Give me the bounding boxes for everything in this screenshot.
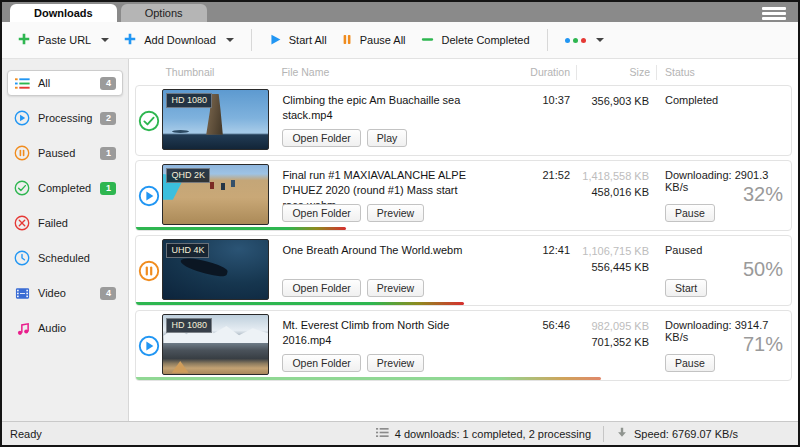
sidebar-item-label: Processing <box>38 112 92 124</box>
count-badge: 1 <box>100 182 116 195</box>
list-icon <box>14 75 30 91</box>
toolbar-separator <box>547 29 548 51</box>
table-header: Thumbnail File Name Duration Size Status <box>135 59 792 85</box>
sidebar-item-label: Completed <box>38 182 92 194</box>
sidebar-item-paused[interactable]: Paused1 <box>7 140 123 166</box>
quality-badge: HD 1080 <box>166 318 212 333</box>
open-folder-button[interactable]: Open Folder <box>282 204 360 222</box>
header-duration: Duration <box>500 66 576 78</box>
pause-button[interactable]: Pause <box>665 354 715 372</box>
status-ready-text: Ready <box>10 428 42 440</box>
duration: 56:46 <box>499 311 575 380</box>
preview-button[interactable]: Preview <box>367 354 424 372</box>
music-note-icon <box>14 320 30 336</box>
start-all-button[interactable]: Start All <box>262 28 334 53</box>
preview-button[interactable]: Preview <box>367 279 424 297</box>
pause-button[interactable]: Pause <box>665 204 715 222</box>
file-name: One Breath Around The World.webm <box>282 243 489 258</box>
toolbar-separator <box>251 29 252 51</box>
percent-label: 32% <box>743 183 783 206</box>
download-row[interactable]: HD 1080Mt. Everest Climb from North Side… <box>135 310 792 381</box>
open-folder-button[interactable]: Open Folder <box>282 279 360 297</box>
video-thumbnail[interactable]: HD 1080 <box>162 89 269 150</box>
downloads-summary: 4 downloads: 1 completed, 2 processing <box>376 426 591 441</box>
sidebar-item-video[interactable]: Video4 <box>7 280 123 306</box>
statusbar-separator <box>603 426 604 442</box>
check-circle-icon <box>14 180 30 196</box>
pause-icon <box>341 33 353 48</box>
film-icon <box>14 285 30 301</box>
sidebar-item-audio[interactable]: Audio <box>7 315 123 341</box>
status-bar: Ready 4 downloads: 1 completed, 2 proces… <box>2 421 798 445</box>
video-thumbnail[interactable]: HD 1080 <box>162 314 269 375</box>
duration: 10:37 <box>499 86 575 155</box>
pause-all-button[interactable]: Pause All <box>334 28 413 53</box>
play-circle-icon <box>136 161 162 230</box>
tab-downloads[interactable]: Downloads <box>10 4 117 22</box>
delete-completed-button[interactable]: Delete Completed <box>413 28 537 53</box>
play-button[interactable]: Play <box>367 129 407 147</box>
sidebar-item-scheduled[interactable]: Scheduled <box>7 245 123 271</box>
chevron-down-icon <box>596 38 604 42</box>
file-name: Climbing the epic Am Buachaille sea stac… <box>282 93 489 123</box>
header-thumbnail: Thumbnail <box>161 66 273 78</box>
video-thumbnail[interactable]: QHD 2K <box>162 164 269 225</box>
sidebar-item-all[interactable]: All4 <box>7 70 123 96</box>
chevron-down-icon <box>101 38 109 42</box>
progress-bar <box>136 227 345 230</box>
play-icon <box>269 33 282 48</box>
tab-bar: Downloads Options <box>2 2 798 22</box>
download-row[interactable]: UHD 4KOne Breath Around The World.webmOp… <box>135 235 792 306</box>
size-total: 356,903 KB <box>575 94 649 110</box>
header-status: Status <box>656 65 792 80</box>
size-total: 1,418,558 KB <box>575 169 649 185</box>
start-button[interactable]: Start <box>665 279 707 297</box>
download-row[interactable]: QHD 2KFinal run #1 MAXIAVALANCHE ALPE D'… <box>135 160 792 231</box>
count-badge: 4 <box>100 287 116 300</box>
tab-options[interactable]: Options <box>121 4 207 22</box>
pause-circle-icon <box>14 145 30 161</box>
progress-bar <box>136 377 601 380</box>
header-size: Size <box>576 65 656 80</box>
count-badge: 1 <box>100 147 116 160</box>
pause-circle-icon <box>136 236 162 305</box>
clock-icon <box>14 250 30 266</box>
downloads-panel: Thumbnail File Name Duration Size Status… <box>129 59 798 421</box>
sidebar-item-label: Scheduled <box>38 252 116 264</box>
menu-icon[interactable] <box>762 5 786 22</box>
sidebar-item-label: All <box>38 77 92 89</box>
sidebar-item-label: Failed <box>38 217 116 229</box>
download-list: HD 1080Climbing the epic Am Buachaille s… <box>135 85 792 385</box>
sidebar-item-label: Paused <box>38 147 92 159</box>
fail-circle-icon <box>14 215 30 231</box>
play-circle-icon <box>136 311 162 380</box>
sidebar: All4Processing2Paused1Completed1FailedSc… <box>2 59 129 421</box>
chevron-down-icon <box>226 38 234 42</box>
add-download-button[interactable]: Add Download <box>116 27 241 53</box>
minus-icon <box>420 33 435 48</box>
sidebar-item-failed[interactable]: Failed <box>7 210 123 236</box>
toolbar: Paste URL Add Download Start All Pause A… <box>2 22 798 59</box>
sidebar-item-label: Video <box>38 287 92 299</box>
progress-bar <box>136 302 463 305</box>
video-thumbnail[interactable]: UHD 4K <box>162 239 269 300</box>
size-total: 1,106,715 KB <box>575 244 649 260</box>
status-text: Paused <box>665 244 783 256</box>
open-folder-button[interactable]: Open Folder <box>282 129 360 147</box>
preview-button[interactable]: Preview <box>367 204 424 222</box>
percent-label: 50% <box>743 258 783 281</box>
duration: 12:41 <box>499 236 575 305</box>
open-folder-button[interactable]: Open Folder <box>282 354 360 372</box>
list-icon <box>376 426 389 441</box>
sidebar-item-completed[interactable]: Completed1 <box>7 175 123 201</box>
paste-url-button[interactable]: Paste URL <box>10 27 116 53</box>
speed-indicator: Speed: 6769.07 KB/s <box>616 426 738 441</box>
more-actions-button[interactable] <box>558 33 611 48</box>
status-text: Completed <box>665 94 783 106</box>
count-badge: 2 <box>100 112 116 125</box>
size-total: 982,095 KB <box>575 319 649 335</box>
download-row[interactable]: HD 1080Climbing the epic Am Buachaille s… <box>135 85 792 156</box>
plus-icon <box>17 32 31 48</box>
sidebar-item-processing[interactable]: Processing2 <box>7 105 123 131</box>
percent-label: 71% <box>743 333 783 356</box>
